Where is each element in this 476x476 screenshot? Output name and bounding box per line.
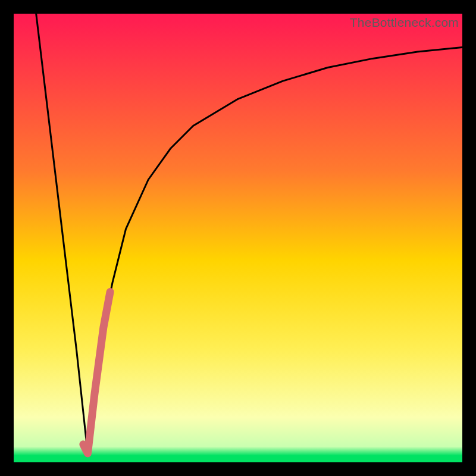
curves-layer xyxy=(14,14,462,462)
plot-area: TheBottleneck.com xyxy=(14,14,462,462)
curve-left-branch xyxy=(36,14,88,453)
curve-right-branch xyxy=(87,48,462,453)
curve-highlight-segment xyxy=(83,292,110,453)
watermark-text: TheBottleneck.com xyxy=(350,15,459,30)
chart-frame: TheBottleneck.com xyxy=(0,0,476,476)
